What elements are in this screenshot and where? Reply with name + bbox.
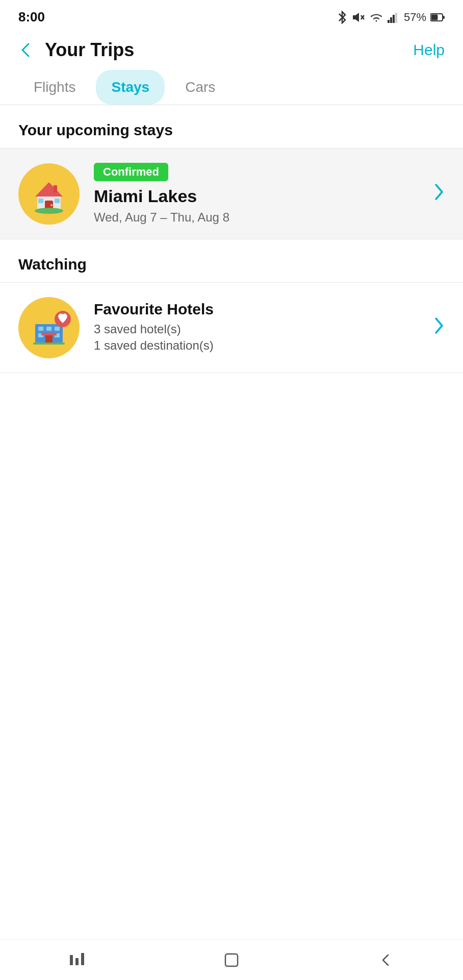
back-button[interactable] [18, 42, 35, 58]
watching-section-title: Watching [0, 239, 463, 282]
status-icons: 57% [337, 11, 445, 24]
bottom-nav [0, 939, 463, 980]
nav-home-button[interactable] [211, 940, 252, 981]
saved-destinations: 1 saved destination(s) [94, 338, 427, 353]
svg-rect-16 [54, 185, 57, 192]
trip-icon [18, 163, 80, 225]
watching-card-chevron [433, 316, 445, 339]
svg-rect-23 [55, 327, 60, 331]
svg-rect-22 [46, 327, 52, 331]
status-bar: 8:00 57% [0, 0, 463, 30]
svg-marker-0 [353, 13, 359, 22]
status-time: 8:00 [18, 9, 45, 25]
trip-name: Miami Lakes [94, 186, 427, 206]
svg-rect-33 [225, 954, 238, 966]
svg-rect-9 [443, 16, 445, 19]
svg-point-18 [50, 204, 53, 206]
svg-rect-31 [75, 958, 79, 965]
watching-card[interactable]: Favourite Hotels 3 saved hotel(s) 1 save… [0, 282, 463, 373]
tab-cars[interactable]: Cars [170, 70, 230, 105]
tab-bar: Flights Stays Cars [0, 70, 463, 105]
bluetooth-icon [337, 11, 348, 24]
svg-rect-5 [393, 15, 395, 23]
trip-info: Confirmed Miami Lakes Wed, Aug 7 – Thu, … [94, 163, 427, 225]
svg-rect-26 [45, 334, 53, 344]
svg-rect-4 [390, 17, 392, 23]
svg-point-17 [35, 208, 63, 214]
svg-rect-21 [38, 327, 43, 331]
trip-card[interactable]: Confirmed Miami Lakes Wed, Aug 7 – Thu, … [0, 148, 463, 239]
svg-rect-8 [431, 14, 438, 20]
svg-rect-28 [33, 342, 65, 345]
battery-icon [430, 13, 445, 22]
watching-info: Favourite Hotels 3 saved hotel(s) 1 save… [94, 301, 427, 355]
svg-rect-27 [41, 333, 57, 335]
svg-rect-6 [395, 13, 397, 23]
trip-dates: Wed, Aug 7 – Thu, Aug 8 [94, 210, 427, 225]
mute-icon [352, 11, 365, 24]
saved-hotels: 3 saved hotel(s) [94, 322, 427, 336]
watching-name: Favourite Hotels [94, 301, 427, 318]
tab-stays[interactable]: Stays [96, 70, 165, 105]
trip-card-chevron [433, 183, 445, 205]
watching-icon [18, 297, 80, 358]
svg-rect-30 [70, 955, 73, 965]
upcoming-section-title: Your upcoming stays [0, 105, 463, 148]
help-button[interactable]: Help [413, 41, 445, 59]
svg-rect-32 [81, 953, 84, 965]
tab-flights[interactable]: Flights [18, 70, 91, 105]
page-title: Your Trips [45, 39, 413, 61]
svg-rect-15 [55, 199, 60, 203]
svg-rect-14 [38, 199, 43, 203]
signal-icon [388, 12, 400, 23]
nav-recents-button[interactable] [57, 940, 97, 981]
battery-percent: 57% [404, 11, 426, 24]
confirmed-badge: Confirmed [94, 163, 168, 181]
nav-back-button[interactable] [366, 940, 406, 981]
svg-rect-3 [388, 20, 390, 23]
wifi-icon [369, 12, 383, 23]
header: Your Trips Help [0, 30, 463, 70]
